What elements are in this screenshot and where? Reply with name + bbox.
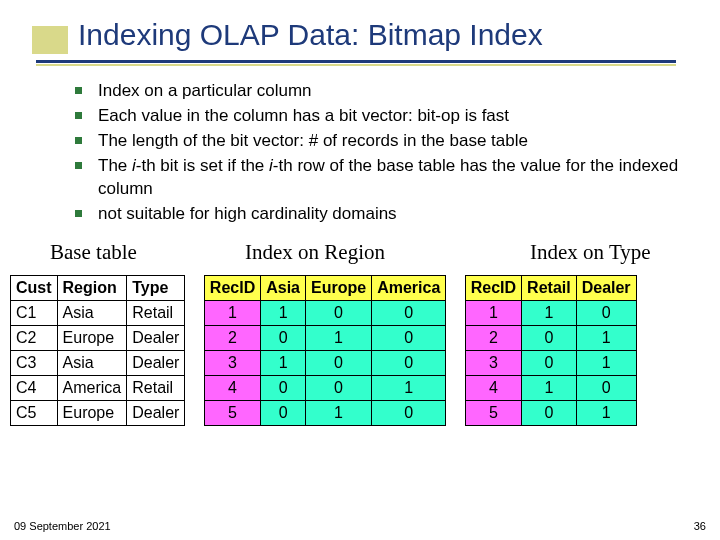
footer-page-number: 36	[694, 520, 706, 532]
bullet-text: not suitable for high cardinality domain…	[98, 203, 680, 226]
title-underline	[36, 60, 676, 63]
footer-date: 09 September 2021	[14, 520, 111, 532]
bullet-text: Index on a particular column	[98, 80, 680, 103]
bullet-text: Each value in the column has a bit vecto…	[98, 105, 680, 128]
table-header-row: Cust Region Type	[11, 276, 185, 301]
table-row: 4 0 0 1	[204, 376, 445, 401]
accent-box	[32, 26, 68, 54]
table-row: 1 1 0	[465, 301, 636, 326]
type-index-table: RecID Retail Dealer 1 1 0 2 0 1 3 0 1 4	[465, 275, 637, 426]
table-row: C4 America Retail	[11, 376, 185, 401]
table-header-row: RecID Asia Europe America	[204, 276, 445, 301]
table-row: 5 0 1 0	[204, 401, 445, 426]
col-america: America	[372, 276, 446, 301]
col-region: Region	[57, 276, 127, 301]
bullet-item: Each value in the column has a bit vecto…	[75, 105, 680, 128]
table-row: C5 Europe Dealer	[11, 401, 185, 426]
col-dealer: Dealer	[576, 276, 636, 301]
col-type: Type	[127, 276, 185, 301]
base-table: Cust Region Type C1 Asia Retail C2 Europ…	[10, 275, 185, 426]
col-cust: Cust	[11, 276, 58, 301]
table-row: 3 0 1	[465, 351, 636, 376]
bullet-item: not suitable for high cardinality domain…	[75, 203, 680, 226]
bullet-text: The length of the bit vector: # of recor…	[98, 130, 680, 153]
bullet-item: The i-th bit is set if the i-th row of t…	[75, 155, 680, 201]
label-index-type: Index on Type	[530, 240, 651, 265]
col-recid: RecID	[465, 276, 521, 301]
table-row: 5 0 1	[465, 401, 636, 426]
table-row: 2 0 1 0	[204, 326, 445, 351]
table-row: 2 0 1	[465, 326, 636, 351]
bullet-icon	[75, 137, 82, 144]
region-index-table: RecID Asia Europe America 1 1 0 0 2 0 1 …	[204, 275, 446, 426]
col-recid: RecID	[204, 276, 260, 301]
col-europe: Europe	[306, 276, 372, 301]
table-row: C2 Europe Dealer	[11, 326, 185, 351]
col-asia: Asia	[261, 276, 306, 301]
table-row: 1 1 0 0	[204, 301, 445, 326]
table-row: C3 Asia Dealer	[11, 351, 185, 376]
bullet-icon	[75, 112, 82, 119]
bullet-icon	[75, 210, 82, 217]
table-row: 3 1 0 0	[204, 351, 445, 376]
bullet-icon	[75, 87, 82, 94]
bullet-list: Index on a particular column Each value …	[75, 80, 680, 228]
slide-title: Indexing OLAP Data: Bitmap Index	[78, 18, 543, 52]
bullet-icon	[75, 162, 82, 169]
bullet-text: The i-th bit is set if the i-th row of t…	[98, 155, 680, 201]
table-row: 4 1 0	[465, 376, 636, 401]
table-header-row: RecID Retail Dealer	[465, 276, 636, 301]
table-row: C1 Asia Retail	[11, 301, 185, 326]
bullet-item: Index on a particular column	[75, 80, 680, 103]
col-retail: Retail	[522, 276, 577, 301]
tables-container: Cust Region Type C1 Asia Retail C2 Europ…	[10, 275, 710, 426]
slide: Indexing OLAP Data: Bitmap Index Index o…	[0, 0, 720, 540]
label-base-table: Base table	[50, 240, 137, 265]
bullet-item: The length of the bit vector: # of recor…	[75, 130, 680, 153]
label-index-region: Index on Region	[245, 240, 385, 265]
